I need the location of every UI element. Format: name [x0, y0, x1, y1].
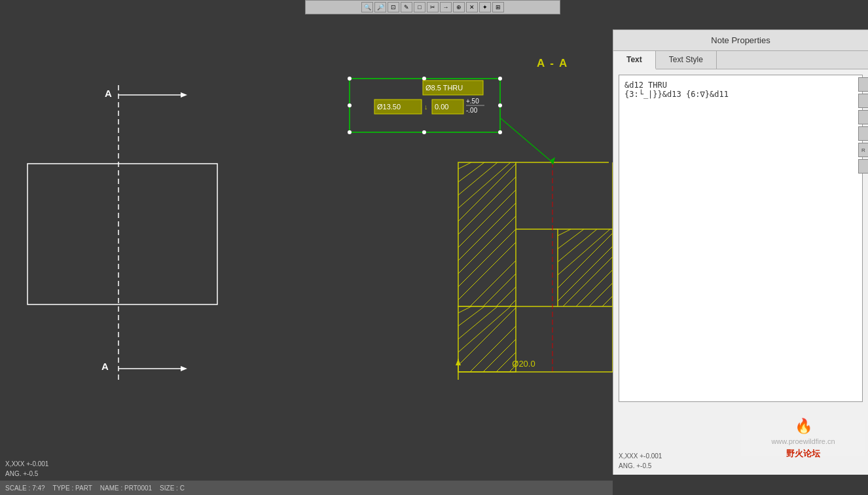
svg-marker-5: [181, 366, 187, 371]
text-editor[interactable]: &d12 THRU {3:└_|}}&d13 {6:∇}&d11: [619, 75, 863, 402]
tabs-container: Text Text Style: [613, 51, 868, 69]
svg-point-56: [348, 77, 352, 81]
svg-point-63: [498, 130, 502, 134]
status-size: SIZE : C: [160, 485, 185, 492]
svg-text:↓: ↓: [424, 103, 428, 111]
drawing-canvas: A A A - A: [0, 0, 613, 495]
svg-text:A - A: A - A: [537, 57, 568, 69]
coord-display: X,XXX +-0.001 ANG. +-0.5: [5, 459, 48, 479]
side-btn-6[interactable]: [858, 159, 868, 174]
status-name: NAME : PRT0001: [100, 485, 152, 492]
side-btn-r[interactable]: R: [858, 143, 868, 157]
svg-rect-9: [458, 162, 516, 306]
side-btn-3[interactable]: [858, 110, 868, 124]
panel-coords: X,XXX +-0.001 ANG. +-0.5: [619, 451, 662, 471]
svg-text:Ø8.5  THRU: Ø8.5 THRU: [425, 84, 463, 92]
svg-point-62: [422, 130, 426, 134]
note-properties-panel: Note Properties Text Text Style &d12 THR…: [613, 29, 868, 475]
svg-point-61: [348, 130, 352, 134]
svg-text:Ø13.50: Ø13.50: [377, 103, 401, 111]
svg-marker-3: [181, 92, 187, 98]
svg-text:0.00: 0.00: [435, 103, 448, 111]
text-line-1: &d12 THRU: [624, 81, 857, 90]
watermark-forum: 野火论坛: [786, 448, 820, 460]
status-scale: SCALE : 7:4?: [5, 485, 45, 492]
status-bar: SCALE : 7:4? TYPE : PART NAME : PRT0001 …: [0, 481, 613, 495]
side-btn-1[interactable]: [858, 77, 868, 92]
side-buttons-group: R: [858, 75, 868, 174]
note-panel-title: Note Properties: [613, 30, 868, 51]
tab-text[interactable]: Text: [613, 51, 656, 69]
watermark-flame: 🔥: [795, 418, 812, 435]
watermark-site: www.proewildfire.cn: [771, 437, 835, 445]
status-type: TYPE : PART: [53, 485, 92, 492]
svg-text:Ø20.0: Ø20.0: [512, 359, 535, 369]
text-line-2: {3:└_|}}&d13 {6:∇}&d11: [624, 90, 857, 99]
side-btn-2[interactable]: [858, 94, 868, 108]
side-btn-4[interactable]: [858, 126, 868, 141]
tab-text-style[interactable]: Text Style: [656, 51, 717, 69]
svg-text:A: A: [101, 361, 109, 372]
svg-text:-.00: -.00: [466, 107, 478, 114]
svg-marker-75: [550, 157, 555, 165]
svg-rect-0: [27, 164, 217, 304]
svg-point-58: [498, 77, 502, 81]
svg-line-74: [500, 118, 552, 162]
note-content: &d12 THRU {3:└_|}}&d13 {6:∇}&d11 R: [613, 75, 868, 402]
svg-point-60: [498, 103, 502, 107]
svg-text:+.50: +.50: [466, 98, 479, 105]
watermark: 🔥 www.proewildfire.cn 野火论坛: [741, 420, 865, 456]
svg-text:A: A: [105, 88, 112, 99]
drawing-area: 🔍 🔎 ⊡ ✎ □ ✂ → ⊕ ✕ ✦ ⊞ A A A - A: [0, 0, 613, 495]
svg-point-57: [422, 77, 426, 81]
coord-xy: X,XXX +-0.001 ANG. +-0.5: [5, 459, 48, 479]
svg-point-59: [348, 103, 352, 107]
